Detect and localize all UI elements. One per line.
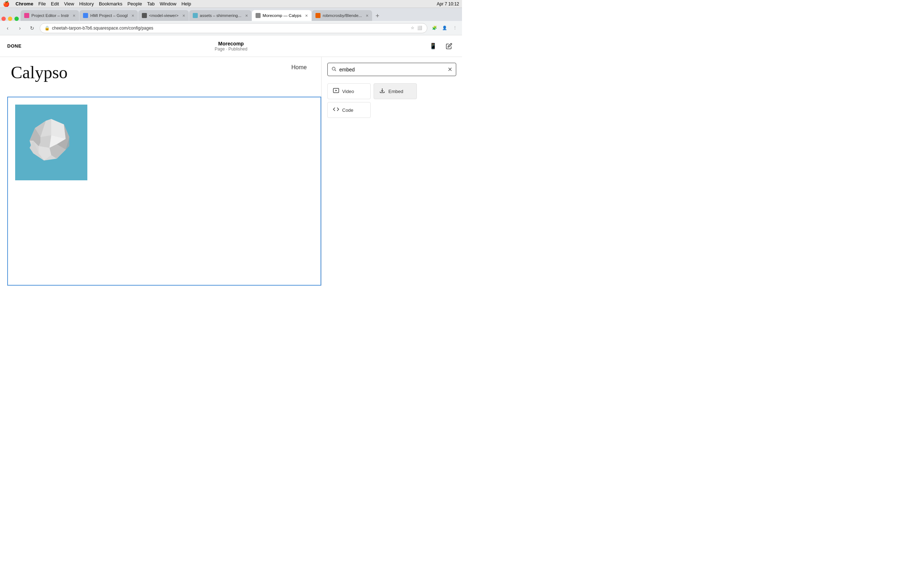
video-block-item[interactable]: Video — [327, 83, 371, 99]
tab-favicon — [24, 13, 29, 18]
menubar-time: Apr 7 10:12 — [437, 2, 459, 6]
tab-close-icon[interactable]: ✕ — [366, 14, 368, 18]
svg-line-14 — [335, 70, 336, 71]
search-icon — [331, 66, 336, 73]
address-bar-row: ‹ › ↻ 🔒 cheetah-tarpon-b7b6.squarespace.… — [0, 21, 462, 35]
svg-point-12 — [33, 164, 66, 170]
extensions-icon[interactable]: 🧩 — [430, 24, 439, 32]
tabs-bar: Project Editor – Instr ✕ HMI Project – G… — [0, 8, 462, 21]
maximize-button[interactable] — [15, 16, 19, 21]
page-nav[interactable]: Home — [291, 57, 307, 78]
tab-favicon — [83, 13, 88, 18]
mobile-preview-button[interactable]: 📱 — [427, 40, 439, 52]
tab-close-icon[interactable]: ✕ — [245, 14, 248, 18]
search-box[interactable]: ✕ — [327, 63, 456, 76]
content-block[interactable] — [7, 97, 321, 285]
menu-file[interactable]: File — [38, 1, 46, 6]
block-picker-panel: ✕ Video — [321, 57, 462, 285]
tab-label: robmcrosby/Blende... — [323, 13, 362, 18]
back-button[interactable]: ‹ — [3, 23, 12, 33]
lock-icon: 🔒 — [44, 26, 50, 31]
close-button[interactable] — [2, 16, 6, 21]
menu-bookmarks[interactable]: Bookmarks — [99, 1, 122, 6]
screen-share-icon[interactable]: ⬜ — [417, 25, 423, 31]
embed-label: Embed — [388, 89, 403, 94]
menu-view[interactable]: View — [64, 1, 74, 6]
tab-morecomp[interactable]: Morecomp — Calyps ✕ — [252, 10, 312, 21]
menu-chrome[interactable]: Chrome — [16, 1, 33, 6]
search-clear-icon[interactable]: ✕ — [447, 66, 452, 73]
forward-button[interactable]: › — [15, 23, 24, 33]
tab-close-icon[interactable]: ✕ — [305, 14, 308, 18]
tab-robmcrosby[interactable]: robmcrosby/Blende... ✕ — [312, 10, 372, 21]
tab-label: Morecomp — Calyps — [263, 13, 301, 18]
block-results: Video Embed — [327, 83, 456, 118]
tab-model-viewer[interactable]: <model-viewer> ✕ — [138, 10, 189, 21]
page-title: Calypso — [11, 62, 68, 82]
tab-favicon — [315, 13, 320, 18]
apple-menu[interactable]: 🍎 — [3, 1, 10, 7]
menu-edit[interactable]: Edit — [51, 1, 59, 6]
profile-icon[interactable]: 👤 — [440, 24, 449, 32]
tab-favicon — [255, 13, 261, 18]
rock-svg — [23, 114, 80, 171]
video-label: Video — [342, 89, 354, 94]
tab-favicon — [193, 13, 198, 18]
tab-hmi[interactable]: HMI Project – Googl ✕ — [79, 10, 138, 21]
tab-project-editor[interactable]: Project Editor – Instr ✕ — [21, 10, 79, 21]
tab-close-icon[interactable]: ✕ — [73, 14, 76, 18]
embed-block-item[interactable]: Embed — [373, 83, 417, 99]
menu-help[interactable]: Help — [181, 1, 191, 6]
svg-marker-16 — [336, 90, 338, 92]
editor-header: DONE Morecomp Page · Published 📱 — [0, 35, 462, 57]
block-search-input[interactable] — [339, 67, 445, 73]
mac-menubar: 🍎 Chrome File Edit View History Bookmark… — [0, 0, 462, 8]
svg-point-13 — [332, 67, 335, 70]
menu-dots-icon[interactable]: ⋮ — [451, 24, 459, 32]
video-icon — [333, 87, 339, 95]
address-text: cheetah-tarpon-b7b6.squarespace.com/conf… — [52, 26, 407, 31]
editor-header-actions: 📱 — [427, 40, 455, 52]
new-tab-button[interactable]: + — [373, 11, 383, 21]
reload-button[interactable]: ↻ — [27, 23, 37, 33]
bookmark-icon[interactable]: ☆ — [410, 25, 415, 31]
menu-tab[interactable]: Tab — [147, 1, 155, 6]
menu-people[interactable]: People — [128, 1, 142, 6]
page-content: Calypso Home — [0, 57, 462, 285]
tab-label: <model-viewer> — [149, 13, 179, 18]
edit-mode-button[interactable] — [443, 40, 455, 52]
menu-window[interactable]: Window — [160, 1, 176, 6]
code-label: Code — [342, 108, 353, 113]
image-block — [15, 105, 87, 180]
code-icon — [333, 106, 339, 114]
embed-icon — [379, 87, 386, 95]
minimize-button[interactable] — [8, 16, 12, 21]
address-box[interactable]: 🔒 cheetah-tarpon-b7b6.squarespace.com/co… — [40, 23, 427, 33]
editor-title: Morecomp Page · Published — [215, 41, 247, 52]
tab-label: Project Editor – Instr — [31, 13, 69, 18]
tab-label: HMI Project – Googl — [90, 13, 128, 18]
tab-label: assets – shimmering... — [200, 13, 241, 18]
tab-favicon — [142, 13, 147, 18]
site-name: Morecomp — [215, 41, 247, 47]
code-block-item[interactable]: Code — [327, 102, 371, 118]
page-status: Page · Published — [215, 47, 247, 52]
done-button[interactable]: DONE — [7, 43, 22, 49]
menu-history[interactable]: History — [79, 1, 94, 6]
page-main: Calypso Home — [0, 57, 321, 285]
tab-close-icon[interactable]: ✕ — [182, 14, 185, 18]
tab-assets[interactable]: assets – shimmering... ✕ — [189, 10, 252, 21]
tab-close-icon[interactable]: ✕ — [131, 14, 134, 18]
